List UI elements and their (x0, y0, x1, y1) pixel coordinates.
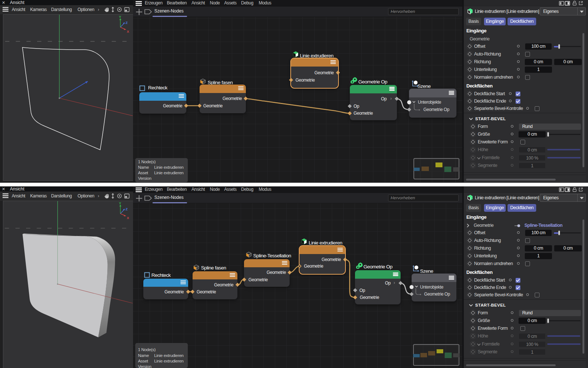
svg-text:X: X (127, 29, 129, 33)
svg-text:X: X (127, 216, 129, 220)
svg-text:Y: Y (119, 201, 122, 205)
svg-text:Y: Y (119, 15, 122, 19)
svg-text:Z: Z (126, 21, 128, 25)
svg-text:Z: Z (126, 207, 128, 211)
